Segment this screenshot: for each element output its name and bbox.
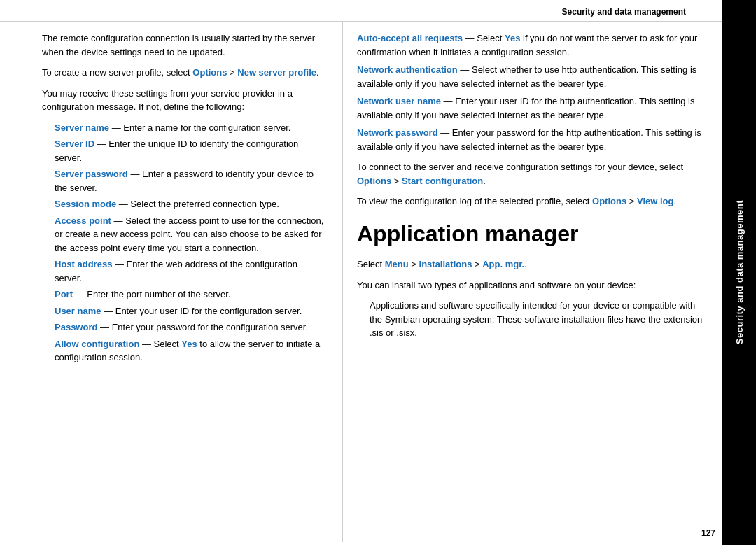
install-item-text: Applications and software specifically i…	[370, 300, 702, 338]
password-text: — Enter your password for the configurat…	[97, 322, 308, 332]
password-label: Password	[55, 322, 97, 332]
auto-accept-yes: Yes	[505, 33, 520, 43]
item-network-auth: Network authentication — Select whether …	[357, 63, 708, 90]
select-installations-link[interactable]: Installations	[419, 259, 472, 269]
select-menu-link[interactable]: Menu	[385, 259, 409, 269]
network-auth-label: Network authentication	[357, 64, 458, 75]
network-username-label: Network user name	[357, 96, 441, 106]
page-header: Security and data management	[0, 0, 756, 22]
page-container: Security and data management Security an…	[0, 0, 756, 545]
item-server-id: Server ID — Enter the unique ID to ident…	[55, 137, 326, 164]
app-manager-heading: Application manager	[357, 221, 708, 247]
item-password: Password — Enter your password for the c…	[55, 320, 326, 334]
options-link-1[interactable]: Options	[192, 67, 227, 78]
start-config-link[interactable]: Start configuration	[402, 176, 483, 186]
network-password-label: Network password	[357, 127, 438, 138]
item-server-name: Server name — Enter a name for the confi…	[55, 121, 326, 135]
allow-config-yes: Yes	[181, 339, 197, 349]
allow-config-text: — Select	[139, 339, 181, 349]
user-name-text: — Enter your user ID for the configurati…	[101, 306, 302, 316]
allow-config-label: Allow configuration	[55, 339, 139, 349]
server-id-label: Server ID	[55, 139, 94, 149]
left-intro3: You may receive these settings from your…	[42, 87, 326, 114]
port-label: Port	[55, 289, 73, 299]
viewlog-link[interactable]: View log	[637, 196, 674, 206]
select-gt2: >	[472, 259, 482, 269]
item-session-mode: Session mode — Select the preferred conn…	[55, 197, 326, 211]
left-intro1: The remote configuration connection is u…	[42, 31, 326, 59]
side-tab-label: Security and data management	[734, 200, 745, 344]
item-server-password: Server password — Enter a password to id…	[55, 167, 326, 194]
viewlog-para: To view the configuration log of the sel…	[357, 194, 708, 208]
header-title: Security and data management	[562, 7, 686, 17]
side-tab: Security and data management	[722, 0, 756, 545]
item-network-username: Network user name — Enter your user ID f…	[357, 94, 708, 122]
intro2-gt: >	[227, 67, 237, 78]
item-network-password: Network password — Enter your password f…	[357, 126, 708, 153]
server-name-text: — Enter a name for the configuration ser…	[109, 122, 290, 133]
viewlog-suffix: .	[673, 196, 676, 206]
host-address-label: Host address	[55, 259, 112, 269]
session-mode-label: Session mode	[55, 199, 116, 209]
item-port: Port — Enter the port number of the serv…	[55, 288, 326, 302]
user-name-label: User name	[55, 306, 101, 316]
item-access-point: Access point — Select the access point t…	[55, 214, 326, 255]
auto-accept-text: — Select	[463, 33, 505, 43]
left-column: The remote configuration connection is u…	[0, 22, 343, 542]
select-appmgr-link[interactable]: App. mgr.	[482, 259, 524, 269]
item-user-name: User name — Enter your user ID for the c…	[55, 304, 326, 318]
viewlog-gt: >	[626, 196, 637, 206]
item-host-address: Host address — Enter the web address of …	[55, 257, 326, 285]
right-column: Auto-accept all requests — Select Yes if…	[343, 22, 722, 542]
select-text: Select	[357, 259, 385, 269]
install-item: Applications and software specifically i…	[370, 299, 708, 340]
connect-gt: >	[391, 176, 402, 186]
auto-accept-label: Auto-accept all requests	[357, 33, 463, 43]
select-para: Select Menu > Installations > App. mgr..	[357, 257, 708, 271]
page-number: 127	[701, 528, 715, 538]
viewlog-text1: To view the configuration log of the sel…	[357, 196, 592, 206]
port-text: — Enter the port number of the server.	[73, 289, 230, 299]
access-point-label: Access point	[55, 215, 111, 226]
connect-para: To connect to the server and receive con…	[357, 160, 708, 187]
item-allow-config: Allow configuration — Select Yes to allo…	[55, 337, 326, 364]
main-content: The remote configuration connection is u…	[0, 22, 756, 542]
left-intro2: To create a new server profile, select O…	[42, 66, 326, 80]
session-mode-text: — Select the preferred connection type.	[116, 199, 279, 209]
server-name-label: Server name	[55, 122, 109, 133]
intro2-prefix: To create a new server profile, select	[42, 67, 192, 78]
intro2-suffix: .	[316, 67, 319, 78]
connect-text1: To connect to the server and receive con…	[357, 162, 683, 172]
connect-suffix: .	[483, 176, 486, 186]
select-gt1: >	[409, 259, 419, 269]
new-server-profile-link[interactable]: New server profile	[237, 67, 316, 78]
select-suffix: .	[524, 259, 527, 269]
connect-options-link[interactable]: Options	[357, 176, 391, 186]
item-auto-accept: Auto-accept all requests — Select Yes if…	[357, 31, 708, 59]
viewlog-options-link[interactable]: Options	[592, 196, 626, 206]
server-password-label: Server password	[55, 169, 128, 179]
install-intro: You can install two types of application…	[357, 278, 708, 292]
